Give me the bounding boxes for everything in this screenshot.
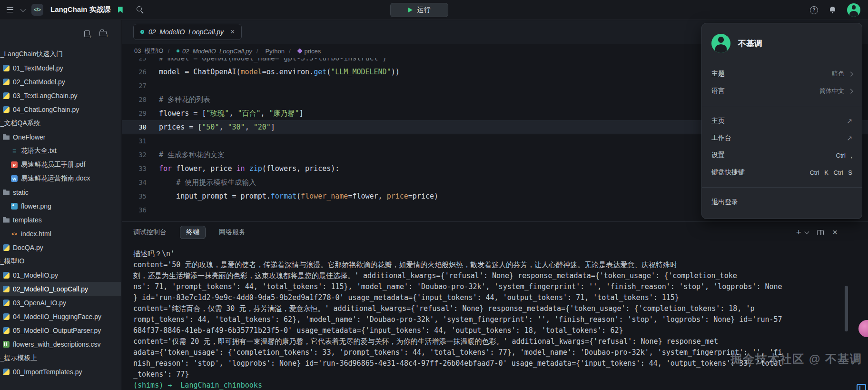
file-tree-item[interactable]: templates xyxy=(0,213,121,227)
symbol-icon xyxy=(297,48,302,53)
file-tree-item[interactable]: 03_TextLangChain.py xyxy=(0,89,121,102)
tab-terminal[interactable]: 终端 xyxy=(180,226,206,239)
file-tree-item[interactable]: 04_ChatLongChain.py xyxy=(0,102,121,116)
menu-icon[interactable] xyxy=(7,7,13,12)
menu-item-logout[interactable]: 退出登录 xyxy=(702,194,862,211)
panel-toggle-icon[interactable] xyxy=(857,384,866,390)
menu-label: 退出登录 xyxy=(711,198,738,207)
tab-debug-console[interactable]: 调试控制台 xyxy=(133,228,167,237)
line-number: 30 xyxy=(122,121,147,134)
terminal-line: rompt_tokens': 44, 'total_tokens': 62}, … xyxy=(133,314,868,325)
terminal-line: nish_reason': 'stop', 'logprobs': None} … xyxy=(133,358,868,369)
py-icon xyxy=(3,65,10,71)
html-icon xyxy=(11,230,18,237)
shortcut-text: Ctrl K Ctrl S xyxy=(809,169,852,176)
file-tree-item[interactable]: 05_ModelIO_OutputParser.py xyxy=(0,323,121,337)
file-tree: 1_LangChain快速入门01_TextModel.py02_ChatMod… xyxy=(0,47,121,379)
bell-icon[interactable] xyxy=(829,7,836,13)
file-tree-item[interactable]: 花语大全.txt xyxy=(0,144,121,158)
terminal-tabbar: 调试控制台 终端 网络服务 xyxy=(122,222,868,243)
menu-item-language[interactable]: 语言 简体中文 xyxy=(702,82,862,100)
file-tree-item[interactable]: static xyxy=(0,185,121,199)
menu-item-home[interactable]: 主页 xyxy=(702,112,862,130)
file-tree-item[interactable]: flowers_with_descriptions.csv xyxy=(0,337,121,351)
close-icon[interactable] xyxy=(230,28,235,36)
file-tree-item[interactable]: 03_OpenAI_IO.py xyxy=(0,296,121,310)
breadcrumb-folder[interactable]: 03_模型IO xyxy=(134,47,163,55)
py-icon xyxy=(3,313,10,320)
file-name: 易速鲜花员工手册.pdf xyxy=(21,160,85,169)
app-logo-icon[interactable] xyxy=(31,4,43,16)
file-tree-item[interactable]: 04_ModelIO_HuggingFace.py xyxy=(0,310,121,323)
file-tree-item[interactable]: 01_ModelIO.py xyxy=(0,268,121,282)
file-tree-item[interactable]: 4_提示模板上 xyxy=(0,351,121,365)
code-text: # 生成多种花的文案 xyxy=(147,148,225,162)
terminal-prompt: (shims) → LangChain_chinbooks xyxy=(133,380,868,390)
run-label: 运行 xyxy=(417,6,431,14)
file-tree-item[interactable]: 02_ModelIO_LoopCall.py xyxy=(0,282,121,296)
code-text xyxy=(147,79,159,93)
chevron-down-icon[interactable] xyxy=(20,6,26,11)
terminal-line: content='50 元的玫瑰，是爱的使者，传递着深情与浪漫。它那娇艳欲滴的花… xyxy=(133,260,868,270)
new-file-icon[interactable] xyxy=(84,30,90,37)
file-name: flower.png xyxy=(21,202,51,210)
menu-label: 键盘快捷键 xyxy=(711,168,745,177)
file-name: templates xyxy=(13,216,42,224)
terminal-actions xyxy=(796,222,838,243)
menu-label: 语言 xyxy=(711,87,725,95)
file-name: DocQA.py xyxy=(13,244,43,251)
tab-02-modelio-loopcall[interactable]: 02_ModelIO_LoopCall.py xyxy=(133,24,242,40)
file-tree-item[interactable]: flower.png xyxy=(0,199,121,213)
close-panel-icon[interactable] xyxy=(832,228,838,237)
terminal-line: _tokens': 77} xyxy=(133,369,868,380)
breadcrumb-language[interactable]: Python xyxy=(252,48,285,55)
menu-item-theme[interactable]: 主题 暗色 xyxy=(702,65,862,82)
terminal-line: } id='run-83e7c1d2-9e9c-4dd0-9da5-9b2ed9… xyxy=(133,292,868,303)
breadcrumb-label: prices xyxy=(305,48,321,55)
folder-icon xyxy=(3,217,10,223)
run-button[interactable]: 运行 xyxy=(390,3,448,17)
split-panel-icon[interactable] xyxy=(817,230,824,235)
terminal-dropdown-icon[interactable] xyxy=(804,229,809,234)
tab-web-service[interactable]: 网络服务 xyxy=(219,228,246,237)
py-icon xyxy=(3,300,10,306)
code-text: # 使用提示模板生成输入 xyxy=(147,176,256,190)
terminal-line: adata={'token_usage': {'completion_token… xyxy=(133,347,868,358)
file-tree-item[interactable]: 1_LangChain快速入门 xyxy=(0,47,121,61)
file-name: 02_ChatModel.py xyxy=(13,78,65,86)
file-name: 花语大全.txt xyxy=(21,147,57,155)
external-link-icon xyxy=(847,117,852,125)
file-tree-item[interactable]: 00_ImportTemplates.py xyxy=(0,365,121,379)
new-folder-icon[interactable] xyxy=(99,31,107,36)
file-tree-item[interactable]: DocQA.py xyxy=(0,240,121,254)
file-tree-item[interactable]: 2_文档QA系统 xyxy=(0,116,121,130)
breadcrumb-file[interactable]: 02_ModelIO_LoopCall.py xyxy=(163,48,252,55)
file-tree-item[interactable]: 01_TextModel.py xyxy=(0,61,121,75)
file-tree-item[interactable]: 易速鲜花运营指南.docx xyxy=(0,171,121,185)
search-icon[interactable] xyxy=(137,6,144,13)
menu-item-keyboard-shortcuts[interactable]: 键盘快捷键 Ctrl K Ctrl S xyxy=(702,164,862,181)
terminal-line: ns': 71, 'prompt_tokens': 44, 'total_tok… xyxy=(133,281,868,292)
file-tree-item[interactable]: index.html xyxy=(0,227,121,240)
file-tree-item[interactable]: 3_模型IO xyxy=(0,254,121,268)
file-tree-item[interactable]: 易速鲜花员工手册.pdf xyxy=(0,158,121,171)
py-icon xyxy=(3,369,10,375)
topbar-right xyxy=(810,0,860,20)
terminal-scrollbar[interactable] xyxy=(845,286,848,331)
line-number: 31 xyxy=(122,134,147,148)
menu-item-workbench[interactable]: 工作台 xyxy=(702,130,862,147)
file-tree-item[interactable]: OneFlower xyxy=(0,130,121,144)
file-tree-item[interactable]: 02_ChatModel.py xyxy=(0,75,121,89)
menu-group-preferences: 主题 暗色 语言 简体中文 xyxy=(702,62,862,102)
user-avatar[interactable] xyxy=(847,3,860,17)
breadcrumb-symbol[interactable]: prices xyxy=(285,48,321,55)
file-icon xyxy=(177,50,179,52)
line-number: 26 xyxy=(122,65,147,79)
line-number: 35 xyxy=(122,190,147,203)
menu-item-settings[interactable]: 设置 Ctrl , xyxy=(702,147,862,164)
help-icon[interactable] xyxy=(810,6,818,14)
code-text xyxy=(147,203,159,217)
txt-icon xyxy=(11,148,18,154)
py-icon xyxy=(3,286,10,292)
new-terminal-icon[interactable] xyxy=(796,228,801,237)
